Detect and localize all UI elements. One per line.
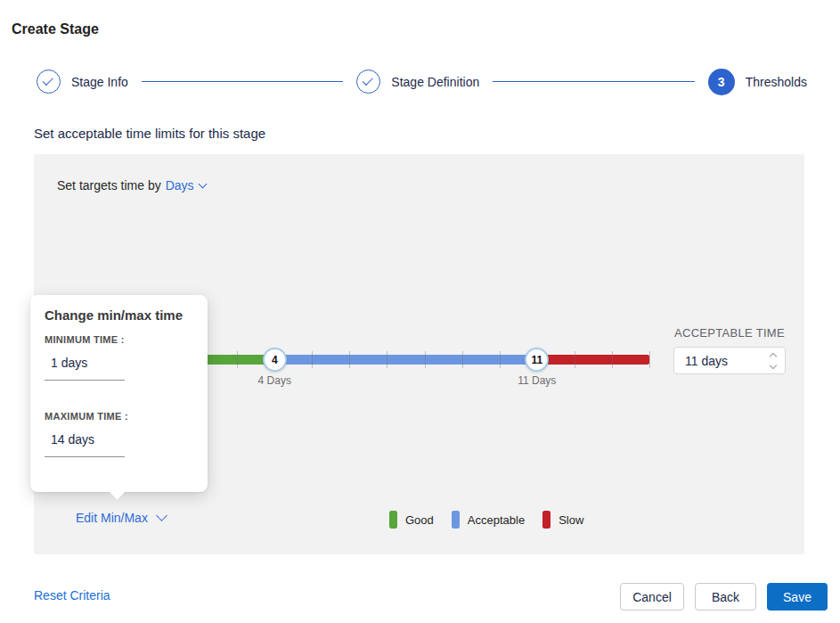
minimum-time-label: MINIMUM TIME : <box>45 334 125 345</box>
stepper-connector <box>493 81 695 82</box>
legend-item-acceptable: Acceptable <box>452 511 525 529</box>
edit-minmax-toggle[interactable]: Edit Min/Max <box>76 511 166 525</box>
slider-tick <box>349 351 350 368</box>
slider-handle-label: 4 Days <box>258 374 291 387</box>
slider-tick <box>387 351 387 368</box>
slider-tick <box>612 351 613 368</box>
check-icon <box>43 74 53 85</box>
slider-segment-acceptable <box>274 355 537 365</box>
step-label: Stage Definition <box>391 75 479 89</box>
step-complete-circle <box>37 70 61 94</box>
number-stepper <box>771 354 776 368</box>
slider-segment-slow <box>537 355 649 365</box>
legend-item-slow: Slow <box>542 511 583 529</box>
check-icon <box>363 74 373 85</box>
acceptable-time-label: ACCEPTABLE TIME <box>674 326 785 340</box>
create-stage-screen: Create Stage Stage Info Stage Definition… <box>0 0 840 623</box>
slider-tick <box>312 351 313 368</box>
slider-tick <box>237 351 238 368</box>
legend-label: Slow <box>559 513 583 527</box>
chevron-down-icon <box>156 510 167 521</box>
slider-tick <box>425 351 426 368</box>
stepper-connector <box>142 81 344 82</box>
popup-title: Change min/max time <box>45 307 183 323</box>
stepper-step-thresholds[interactable]: 3 Thresholds <box>708 69 807 95</box>
slider-tick <box>575 351 575 368</box>
acceptable-time-input[interactable]: 11 days <box>673 347 786 374</box>
stepper-step-stage-definition[interactable]: Stage Definition <box>356 70 479 94</box>
step-label: Stage Info <box>71 75 128 89</box>
cancel-button[interactable]: Cancel <box>620 583 684 611</box>
save-button[interactable]: Save <box>767 583 828 611</box>
change-minmax-popup: Change min/max time MINIMUM TIME : 1 day… <box>30 295 208 492</box>
maximum-time-input[interactable]: 14 days <box>45 432 125 457</box>
page-title: Create Stage <box>12 21 99 37</box>
stepper-up-icon[interactable] <box>770 352 777 359</box>
slow-swatch <box>542 511 550 529</box>
edit-minmax-label: Edit Min/Max <box>76 511 148 525</box>
step-label: Thresholds <box>746 75 807 89</box>
slider-tick <box>462 351 463 368</box>
maximum-time-label: MAXIMUM TIME : <box>45 411 128 422</box>
back-button[interactable]: Back <box>695 583 756 611</box>
legend-label: Good <box>405 513 434 527</box>
minimum-time-input[interactable]: 1 days <box>45 356 125 381</box>
legend-label: Acceptable <box>468 513 525 527</box>
slider-handle[interactable]: 11 <box>525 348 549 372</box>
stepper-step-stage-info[interactable]: Stage Info <box>37 70 128 94</box>
stepper: Stage Info Stage Definition 3 Thresholds <box>37 68 807 95</box>
step-number-circle: 3 <box>708 69 735 95</box>
acceptable-time-value: 11 days <box>685 354 771 368</box>
slider-handle-label: 11 Days <box>518 374 556 387</box>
good-swatch <box>389 511 397 529</box>
stepper-down-icon[interactable] <box>770 361 777 368</box>
step-complete-circle <box>356 70 380 94</box>
legend-item-good: Good <box>389 511 434 529</box>
slider-handle[interactable]: 4 <box>263 348 287 372</box>
reset-criteria-link[interactable]: Reset Criteria <box>34 588 110 603</box>
slider-legend: Good Acceptable Slow <box>389 511 583 529</box>
slider-tick <box>500 351 501 368</box>
slider-tick <box>649 351 650 368</box>
section-heading: Set acceptable time limits for this stag… <box>34 126 265 141</box>
acceptable-swatch <box>452 511 460 529</box>
